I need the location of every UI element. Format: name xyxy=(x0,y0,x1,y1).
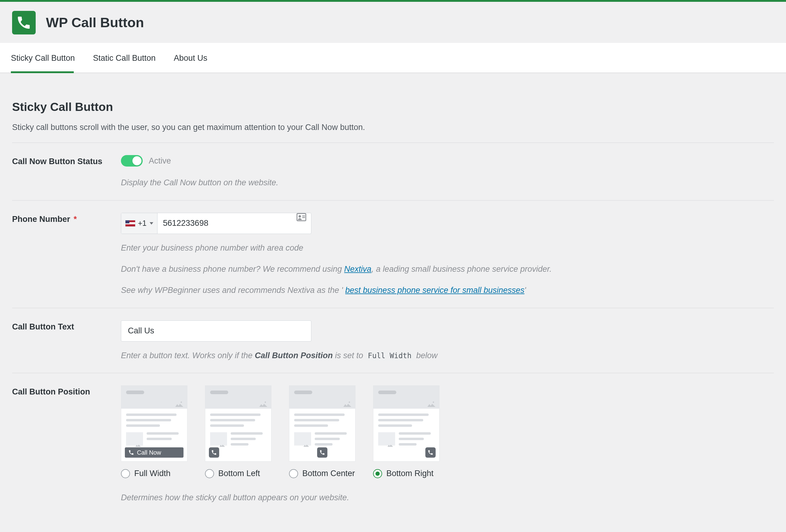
radio-bottom-center[interactable]: Bottom Center xyxy=(289,469,355,478)
radio-label: Bottom Right xyxy=(386,469,434,478)
divider xyxy=(12,373,774,373)
svg-point-7 xyxy=(433,402,434,403)
position-option-full-width[interactable]: Call Now Full Width xyxy=(121,386,187,478)
preview-bottom-left xyxy=(205,386,272,462)
divider xyxy=(12,142,774,143)
svg-rect-3 xyxy=(302,217,305,218)
text: , a leading small business phone service… xyxy=(372,264,552,274)
radio-label: Full Width xyxy=(134,469,170,478)
required-indicator: * xyxy=(74,215,77,224)
svg-point-4 xyxy=(181,402,182,403)
position-options: Call Now Full Width xyxy=(121,386,774,478)
section-description: Sticky call buttons scroll with the user… xyxy=(12,123,774,132)
label-position: Call Button Position xyxy=(12,386,121,397)
phone-icon xyxy=(129,450,134,455)
phone-input[interactable]: +1 5612233698 xyxy=(121,213,311,234)
preview-full-width: Call Now xyxy=(121,386,187,462)
toggle-switch[interactable] xyxy=(121,155,143,166)
text-strong: Call Button Position xyxy=(255,351,333,360)
radio-icon[interactable] xyxy=(373,469,382,478)
preview-call-label: Call Now xyxy=(137,449,161,456)
radio-full-width[interactable]: Full Width xyxy=(121,469,187,478)
position-help: Determines how the sticky call button ap… xyxy=(121,491,774,505)
label-status: Call Now Button Status xyxy=(12,155,121,166)
text: below xyxy=(416,351,438,360)
phone-help-2: Don't have a business phone number? We r… xyxy=(121,262,774,276)
divider xyxy=(12,308,774,308)
link-phone-service-article[interactable]: best business phone service for small bu… xyxy=(345,286,525,295)
preview-bottom-center xyxy=(289,386,355,462)
link-nextiva[interactable]: Nextiva xyxy=(344,264,372,274)
radio-label: Bottom Left xyxy=(218,469,260,478)
svg-rect-2 xyxy=(302,215,305,216)
radio-icon[interactable] xyxy=(121,469,130,478)
contact-card-icon[interactable] xyxy=(297,213,306,222)
code-full-width: Full Width xyxy=(366,351,414,361)
preview-bottom-right xyxy=(373,386,440,462)
position-option-bottom-right[interactable]: Bottom Right xyxy=(373,386,440,478)
label-phone: Phone Number * xyxy=(12,213,121,224)
row-position: Call Button Position xyxy=(12,386,774,505)
radio-bottom-left[interactable]: Bottom Left xyxy=(205,469,272,478)
status-toggle[interactable]: Active xyxy=(121,155,171,166)
preview-call-square xyxy=(209,447,219,458)
chevron-down-icon xyxy=(149,222,153,225)
phone-help-1: Enter your business phone number with ar… xyxy=(121,241,774,255)
phone-country-selector[interactable]: +1 xyxy=(121,213,158,234)
section-title: Sticky Call Button xyxy=(12,100,774,114)
divider xyxy=(12,200,774,201)
status-help: Display the Call Now button on the websi… xyxy=(121,176,774,190)
phone-number-field[interactable]: 5612233698 xyxy=(158,213,297,234)
tab-sticky-call-button[interactable]: Sticky Call Button xyxy=(11,43,83,72)
status-state-label: Active xyxy=(149,156,171,166)
button-text-help: Enter a button text. Works only if the C… xyxy=(121,349,774,363)
svg-point-6 xyxy=(349,402,350,403)
position-option-bottom-left[interactable]: Bottom Left xyxy=(205,386,272,478)
svg-point-1 xyxy=(299,215,301,218)
text: ' xyxy=(525,286,526,295)
preview-call-square xyxy=(317,447,327,458)
label-phone-text: Phone Number xyxy=(12,215,70,224)
button-text-input[interactable]: Call Us xyxy=(121,320,311,342)
radio-label: Bottom Center xyxy=(302,469,355,478)
tabs: Sticky Call Button Static Call Button Ab… xyxy=(0,43,786,72)
radio-icon[interactable] xyxy=(289,469,298,478)
phone-icon xyxy=(17,16,31,30)
flag-icon xyxy=(125,220,135,227)
preview-call-bar: Call Now xyxy=(125,447,184,458)
preview-call-square xyxy=(425,447,436,458)
tab-static-call-button[interactable]: Static Call Button xyxy=(93,43,164,72)
text: Don't have a business phone number? We r… xyxy=(121,264,344,274)
position-option-bottom-center[interactable]: Bottom Center xyxy=(289,386,355,478)
text: See why WPBeginner uses and recommends N… xyxy=(121,286,343,295)
tab-about-us[interactable]: About Us xyxy=(174,43,215,72)
radio-bottom-right[interactable]: Bottom Right xyxy=(373,469,440,478)
row-phone: Phone Number * +1 5612233698 Enter your … xyxy=(12,213,774,297)
row-button-text: Call Button Text Call Us Enter a button … xyxy=(12,320,774,363)
phone-help-3: See why WPBeginner uses and recommends N… xyxy=(121,283,774,297)
page-title: WP Call Button xyxy=(46,15,144,30)
radio-icon[interactable] xyxy=(205,469,214,478)
text: Enter a button text. Works only if the xyxy=(121,351,255,360)
app-logo xyxy=(12,11,36,34)
label-button-text: Call Button Text xyxy=(12,320,121,331)
svg-point-5 xyxy=(264,402,266,403)
dial-code: +1 xyxy=(138,219,147,228)
row-status: Call Now Button Status Active Display th… xyxy=(12,155,774,190)
text: is set to xyxy=(335,351,366,360)
page-header: WP Call Button xyxy=(0,2,786,43)
